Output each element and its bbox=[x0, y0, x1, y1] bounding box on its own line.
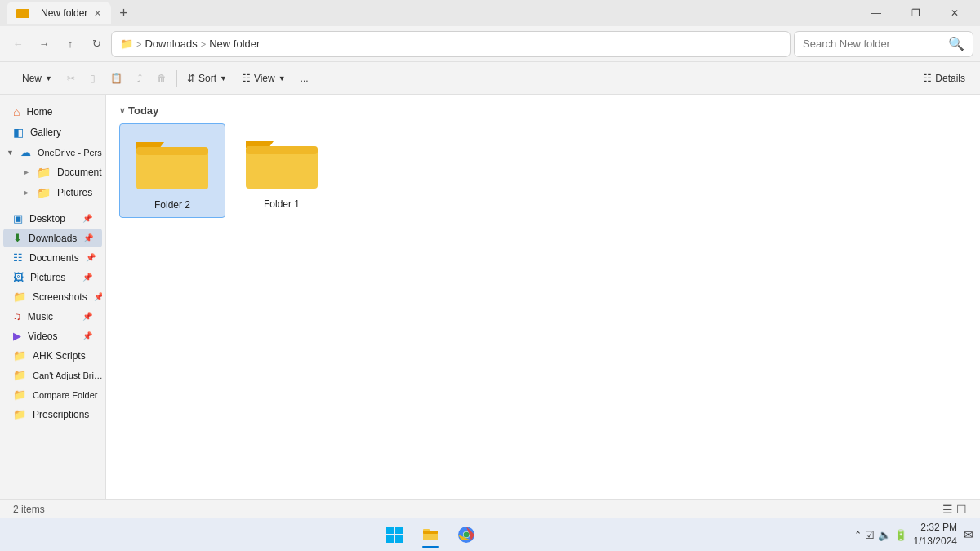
pictures-icon: 🖼 bbox=[13, 271, 24, 283]
back-button[interactable]: ← bbox=[7, 33, 29, 56]
windows-icon bbox=[386, 527, 403, 543]
new-icon: + bbox=[13, 73, 19, 84]
time-display: 2:32 PM bbox=[914, 521, 957, 535]
cloud-icon: ☁ bbox=[20, 146, 31, 158]
content-area: ∨ Today Folder 2 bbox=[106, 95, 980, 499]
share-button[interactable]: ⤴ bbox=[131, 69, 149, 87]
share-icon: ⤴ bbox=[137, 73, 142, 84]
active-indicator bbox=[422, 546, 439, 548]
cut-icon: ✂ bbox=[67, 73, 75, 84]
breadcrumb-folder-icon: 📁 bbox=[120, 38, 133, 50]
sidebar-item-ahk[interactable]: 📁 AHK Scripts bbox=[3, 346, 102, 365]
section-header[interactable]: ∨ Today bbox=[119, 101, 967, 123]
new-tab-button[interactable]: + bbox=[111, 2, 136, 25]
taskbar-chrome[interactable] bbox=[452, 520, 481, 549]
volume-icon[interactable]: 🔈 bbox=[878, 529, 891, 541]
svg-rect-9 bbox=[386, 535, 394, 543]
sort-button[interactable]: ⇵ Sort ▼ bbox=[180, 69, 234, 87]
sidebar-item-prescriptions[interactable]: 📁 Prescriptions bbox=[3, 405, 102, 424]
refresh-button[interactable]: ↻ bbox=[85, 33, 108, 56]
sidebar-item-home[interactable]: ⌂ Home bbox=[3, 102, 102, 122]
tray-expand[interactable]: ⌃ bbox=[854, 530, 862, 540]
breadcrumb[interactable]: 📁 > Downloads > New folder bbox=[111, 31, 791, 57]
breadcrumb-current[interactable]: New folder bbox=[209, 38, 260, 50]
sidebar-item-documents-pinned[interactable]: ☷ Documents 📌 bbox=[3, 248, 102, 267]
start-button[interactable] bbox=[380, 520, 409, 549]
pin-icon-downloads: 📌 bbox=[83, 233, 93, 242]
folder-orange-ahk: 📁 bbox=[13, 349, 26, 362]
folder-orange-cf: 📁 bbox=[13, 389, 26, 401]
sidebar-item-onedrive[interactable]: ▼ ☁ OneDrive - Pers… bbox=[3, 143, 102, 162]
delete-button[interactable]: 🗑 bbox=[150, 69, 173, 87]
sidebar-item-desktop[interactable]: ▣ Desktop 📌 bbox=[3, 209, 102, 228]
paste-icon: 📋 bbox=[110, 73, 122, 84]
search-input[interactable] bbox=[803, 38, 943, 50]
videos-icon: ▶ bbox=[13, 330, 21, 342]
paste-button[interactable]: 📋 bbox=[104, 69, 129, 87]
sidebar-item-pictures-pinned[interactable]: 🖼 Pictures 📌 bbox=[3, 268, 102, 287]
title-bar: New folder ✕ + — ❐ ✕ bbox=[0, 0, 980, 26]
date-display: 1/13/2024 bbox=[914, 535, 957, 549]
new-button[interactable]: + New ▼ bbox=[7, 69, 59, 87]
folder-icon-wrap-2 bbox=[131, 131, 213, 196]
view-chevron: ▼ bbox=[278, 74, 286, 82]
notification-icon[interactable]: ✉ bbox=[964, 528, 973, 541]
details-button[interactable]: ☷ Details bbox=[915, 69, 973, 87]
folder-svg-2 bbox=[131, 131, 213, 196]
list-view-icon[interactable]: ☰ bbox=[942, 503, 953, 516]
expand-icon: ▼ bbox=[7, 149, 14, 157]
sidebar-item-downloads[interactable]: ⬇ Downloads 📌 bbox=[3, 229, 102, 247]
folder-icon-doc: 📁 bbox=[37, 166, 51, 179]
taskbar-file-explorer[interactable] bbox=[416, 520, 445, 549]
doc-icon: ☷ bbox=[13, 251, 23, 264]
svg-rect-7 bbox=[386, 527, 394, 534]
sidebar-item-compare-folder[interactable]: 📁 Compare Folder bbox=[3, 385, 102, 404]
close-button[interactable]: ✕ bbox=[936, 0, 973, 26]
pin-icon-documents: 📌 bbox=[86, 253, 96, 262]
search-box[interactable]: 🔍 bbox=[794, 31, 973, 57]
more-button[interactable]: ... bbox=[294, 69, 315, 87]
screenshots-icon: 📁 bbox=[13, 291, 26, 303]
maximize-button[interactable]: ❐ bbox=[897, 0, 934, 26]
system-tray: ⌃ ☑ 🔈 🔋 bbox=[854, 529, 907, 541]
copy-icon: ▯ bbox=[90, 73, 96, 84]
view-button[interactable]: ☷ View ▼ bbox=[235, 69, 292, 87]
network-icon[interactable]: ☑ bbox=[865, 529, 875, 541]
taskbar-center bbox=[380, 520, 481, 549]
grid-view-icon[interactable]: ☐ bbox=[956, 503, 967, 516]
sidebar-item-screenshots[interactable]: 📁 Screenshots 📌 bbox=[3, 287, 102, 306]
section-arrow: ∨ bbox=[119, 106, 125, 115]
battery-icon[interactable]: 🔋 bbox=[894, 529, 907, 541]
taskbar: ⌃ ☑ 🔈 🔋 2:32 PM 1/13/2024 ✉ bbox=[0, 518, 980, 551]
folder-item-1[interactable]: Folder 1 bbox=[229, 123, 335, 218]
sidebar-item-documents-child[interactable]: ► 📁 Documents bbox=[3, 162, 102, 182]
sidebar-item-pictures-child[interactable]: ► 📁 Pictures bbox=[3, 183, 102, 202]
sidebar-item-cantadjust[interactable]: 📁 Can't Adjust Bri… bbox=[3, 366, 102, 384]
new-chevron: ▼ bbox=[45, 74, 52, 82]
status-bar: 2 items ☰ ☐ bbox=[0, 499, 980, 518]
folder-orange-ca: 📁 bbox=[13, 369, 26, 381]
cut-button[interactable]: ✂ bbox=[60, 69, 82, 87]
sidebar-item-gallery[interactable]: ◧ Gallery bbox=[3, 122, 102, 142]
folder-icon-pic: 📁 bbox=[37, 186, 51, 199]
folder-tab-icon bbox=[16, 7, 29, 20]
music-icon: ♫ bbox=[13, 310, 21, 322]
sidebar-item-music[interactable]: ♫ Music 📌 bbox=[3, 307, 102, 326]
desktop-icon: ▣ bbox=[13, 212, 23, 224]
download-icon: ⬇ bbox=[13, 232, 22, 244]
forward-button[interactable]: → bbox=[33, 33, 56, 56]
minimize-button[interactable]: — bbox=[858, 0, 895, 26]
tabs-area: New folder ✕ + bbox=[7, 2, 858, 25]
copy-button[interactable]: ▯ bbox=[83, 69, 102, 87]
up-button[interactable]: ↑ bbox=[59, 33, 82, 56]
pin-icon-screenshots: 📌 bbox=[94, 292, 102, 301]
layout-toggles: ☰ ☐ bbox=[942, 503, 967, 516]
expand-icon-doc: ► bbox=[23, 168, 30, 176]
folder-item-2[interactable]: Folder 2 bbox=[119, 123, 225, 218]
clock[interactable]: 2:32 PM 1/13/2024 bbox=[914, 521, 957, 549]
breadcrumb-downloads[interactable]: Downloads bbox=[145, 38, 197, 50]
main-area: ⌂ Home ◧ Gallery ▼ ☁ OneDrive - Pers… ► … bbox=[0, 95, 980, 499]
tab-close-icon[interactable]: ✕ bbox=[94, 8, 101, 19]
sidebar-item-videos[interactable]: ▶ Videos 📌 bbox=[3, 327, 102, 345]
tab-new-folder[interactable]: New folder ✕ bbox=[7, 2, 111, 24]
